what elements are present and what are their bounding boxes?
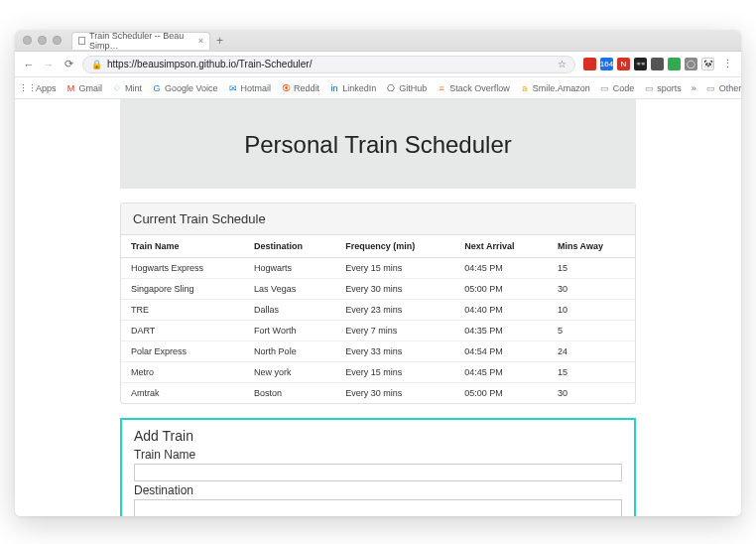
table-cell: 04:54 PM: [454, 341, 548, 362]
table-cell: 5: [548, 321, 635, 341]
table-cell: Boston: [244, 383, 335, 404]
bookmark-label: Apps: [36, 83, 57, 93]
bookmark-icon: ♢: [112, 83, 122, 93]
bookmark-item[interactable]: ♢Mint: [112, 83, 142, 93]
schedule-panel: Current Train Schedule Train NameDestina…: [120, 203, 636, 404]
titlebar: Train Scheduler -- Beau Simp… × +: [15, 30, 741, 52]
table-cell: DART: [121, 321, 244, 341]
bookmark-item[interactable]: GGoogle Voice: [152, 83, 218, 93]
address-bar[interactable]: 🔒 https://beausimpson.github.io/Train-Sc…: [82, 56, 575, 73]
bookmark-label: Hotmail: [241, 83, 272, 93]
browser-window: Train Scheduler -- Beau Simp… × + ← → ⟳ …: [15, 30, 741, 516]
table-cell: Hogwarts Express: [121, 258, 244, 279]
reload-button[interactable]: ⟳: [63, 58, 74, 70]
train-name-input[interactable]: [134, 464, 622, 481]
extension-icon[interactable]: N: [617, 58, 630, 70]
extension-icon[interactable]: [651, 58, 664, 70]
folder-icon: ▭: [706, 83, 716, 93]
bookmark-icon: ▭: [600, 83, 610, 93]
bookmark-icon: in: [329, 83, 339, 93]
browser-tab[interactable]: Train Scheduler -- Beau Simp… ×: [71, 32, 210, 50]
bookmark-label: sports: [657, 83, 682, 93]
table-cell: Dallas: [244, 300, 335, 321]
bookmark-icon: ⦿: [281, 83, 291, 93]
bookmark-icon: G: [152, 83, 162, 93]
table-header: Train Name: [121, 235, 244, 258]
close-tab-icon[interactable]: ×: [198, 36, 203, 46]
extension-icon[interactable]: 🐼: [701, 58, 714, 70]
other-bookmarks[interactable]: ▭Other Bookmarks: [706, 83, 741, 93]
table-cell: Polar Express: [121, 341, 244, 362]
table-header: Frequency (min): [335, 235, 454, 258]
table-cell: Singapore Sling: [121, 279, 244, 300]
table-header: Next Arrival: [454, 235, 548, 258]
table-cell: Fort Worth: [244, 321, 335, 341]
bookmark-label: Gmail: [79, 83, 103, 93]
schedule-heading: Current Train Schedule: [121, 204, 635, 235]
bookmark-item[interactable]: ⎔GitHub: [386, 83, 427, 93]
train-name-label: Train Name: [134, 448, 622, 462]
table-row: Polar ExpressNorth PoleEvery 33 mins04:5…: [121, 341, 635, 362]
table-row: AmtrakBostonEvery 30 mins05:00 PM30: [121, 383, 635, 404]
page-icon: [78, 37, 85, 45]
table-row: DARTFort WorthEvery 7 mins04:35 PM5: [121, 321, 635, 341]
destination-label: Destination: [134, 483, 622, 497]
bookmark-icon: a: [520, 83, 530, 93]
table-cell: Metro: [121, 362, 244, 383]
bookmark-label: Mint: [125, 83, 142, 93]
page-content: Personal Train Scheduler Current Train S…: [120, 99, 636, 516]
schedule-table: Train NameDestinationFrequency (min)Next…: [121, 235, 635, 403]
bookmark-icon: ✉: [228, 83, 238, 93]
bookmarks-overflow[interactable]: »: [692, 83, 696, 93]
table-cell: Hogwarts: [244, 258, 335, 279]
window-controls: [23, 36, 62, 45]
bookmark-item[interactable]: inLinkedIn: [329, 83, 376, 93]
bookmark-label: Reddit: [294, 83, 319, 93]
table-cell: Every 30 mins: [335, 279, 454, 300]
table-row: MetroNew yorkEvery 15 mins04:45 PM15: [121, 362, 635, 383]
bookmark-label: Smile.Amazon: [533, 83, 590, 93]
bookmark-label: Stack Overflow: [449, 83, 510, 93]
lock-icon: 🔒: [91, 60, 102, 69]
bookmark-item[interactable]: aSmile.Amazon: [520, 83, 590, 93]
extension-icon[interactable]: [668, 58, 681, 70]
bookmark-item[interactable]: ≡Stack Overflow: [437, 83, 510, 93]
table-row: Hogwarts ExpressHogwartsEvery 15 mins04:…: [121, 258, 635, 279]
table-cell: Every 33 mins: [335, 341, 454, 362]
bookmark-item[interactable]: ✉Hotmail: [228, 83, 272, 93]
add-train-heading: Add Train: [134, 428, 622, 444]
forward-button: →: [43, 59, 55, 70]
maximize-window-icon[interactable]: [53, 36, 62, 45]
close-window-icon[interactable]: [23, 36, 32, 45]
new-tab-button[interactable]: +: [216, 34, 223, 48]
page-viewport: Personal Train Scheduler Current Train S…: [15, 99, 741, 516]
bookmark-item[interactable]: ⦿Reddit: [281, 83, 319, 93]
minimize-window-icon[interactable]: [38, 36, 47, 45]
back-button[interactable]: ←: [23, 59, 35, 70]
table-cell: Every 7 mins: [335, 321, 454, 341]
table-cell: New york: [244, 362, 335, 383]
extension-icon[interactable]: 164: [600, 58, 613, 70]
extension-icon[interactable]: 👓: [634, 58, 647, 70]
destination-input[interactable]: [134, 499, 622, 516]
bookmark-item[interactable]: ▭sports: [644, 83, 682, 93]
bookmark-item[interactable]: MGmail: [66, 83, 103, 93]
bookmark-item[interactable]: ▭Code: [600, 83, 635, 93]
table-cell: 05:00 PM: [454, 279, 548, 300]
table-header: Mins Away: [548, 235, 635, 258]
table-cell: Every 23 mins: [335, 300, 454, 321]
table-cell: 15: [548, 362, 635, 383]
menu-button[interactable]: ⋮: [722, 58, 733, 70]
extension-icon[interactable]: ◯: [685, 58, 697, 70]
extension-icon[interactable]: [583, 58, 596, 70]
table-cell: Every 15 mins: [335, 258, 454, 279]
bookmark-icon: ⋮⋮: [23, 83, 33, 93]
bookmark-item[interactable]: ⋮⋮Apps: [23, 83, 57, 93]
star-icon[interactable]: ☆: [558, 59, 567, 69]
table-cell: 30: [548, 383, 635, 404]
table-cell: 04:35 PM: [454, 321, 548, 341]
table-cell: 04:45 PM: [454, 258, 548, 279]
table-row: TREDallasEvery 23 mins04:40 PM10: [121, 300, 635, 321]
table-cell: 05:00 PM: [454, 383, 548, 404]
url-text: https://beausimpson.github.io/Train-Sche…: [107, 59, 312, 69]
